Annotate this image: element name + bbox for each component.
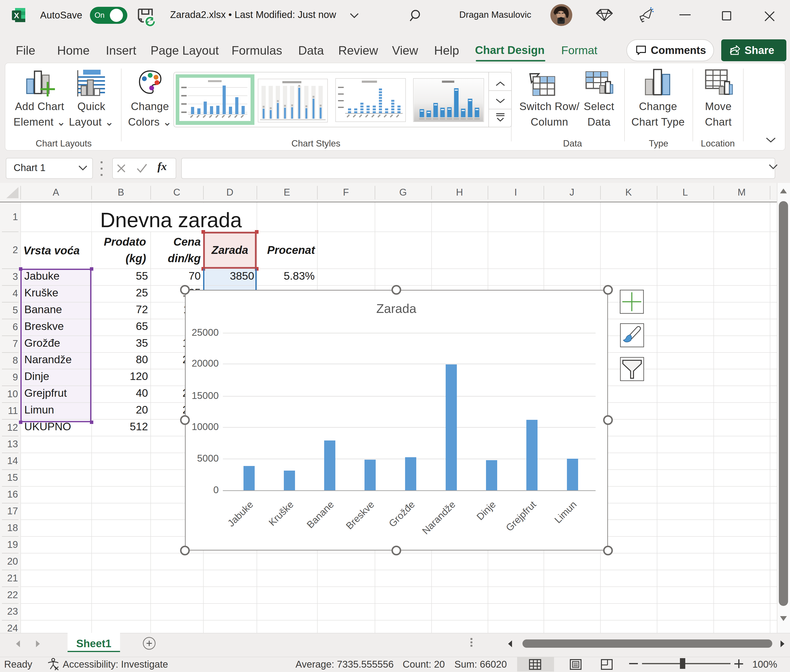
svg-text:X: X (14, 11, 19, 20)
